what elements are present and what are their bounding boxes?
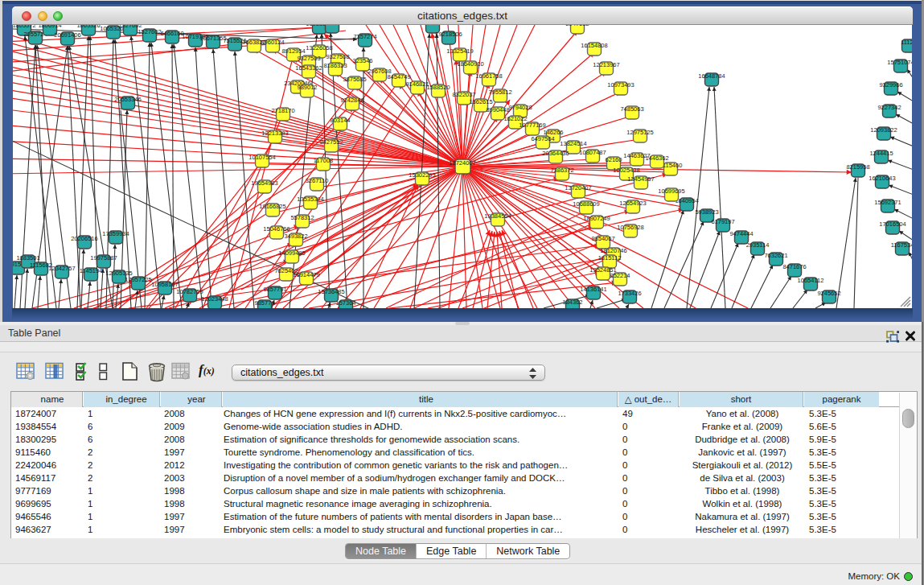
svg-text:8960124: 8960124	[261, 39, 284, 46]
svg-text:9245652: 9245652	[817, 290, 840, 297]
svg-text:18640910: 18640910	[457, 60, 483, 68]
svg-text:15302293: 15302293	[409, 171, 435, 179]
svg-text:18907249: 18907249	[583, 215, 610, 222]
svg-text:10973493: 10973493	[607, 81, 634, 89]
svg-text:12213383: 12213383	[261, 130, 288, 137]
svg-text:16543362: 16543362	[295, 64, 322, 72]
svg-text:9427552: 9427552	[319, 138, 343, 146]
svg-text:10958107: 10958107	[151, 281, 178, 288]
svg-text:9857791: 9857791	[263, 286, 286, 293]
svg-text:157364: 157364	[335, 299, 355, 307]
svg-text:3267110: 3267110	[306, 177, 329, 184]
svg-text:10777169: 10777169	[519, 122, 545, 129]
svg-text:62160: 62160	[606, 156, 622, 163]
svg-text:16961758: 16961758	[475, 72, 502, 80]
svg-text:6179197: 6179197	[711, 218, 734, 225]
svg-text:3493822: 3493822	[284, 233, 307, 240]
svg-text:17016504: 17016504	[879, 220, 906, 228]
svg-text:2935114: 2935114	[746, 241, 770, 249]
svg-text:8322037: 8322037	[452, 91, 475, 98]
svg-text:14136141: 14136141	[580, 286, 606, 293]
svg-text:7485063: 7485063	[620, 105, 643, 113]
svg-text:19975887: 19975887	[90, 254, 117, 262]
svg-text:13454957: 13454957	[627, 175, 654, 183]
svg-text:12213967: 12213967	[593, 61, 619, 68]
svg-text:19654983: 19654983	[251, 179, 277, 187]
svg-text:12654923: 12654923	[619, 200, 646, 207]
svg-text:20206516: 20206516	[71, 235, 97, 242]
svg-text:1527602: 1527602	[138, 28, 161, 35]
svg-text:7625402: 7625402	[274, 267, 298, 274]
svg-text:117008: 117008	[314, 157, 333, 164]
svg-text:1588520: 1588520	[426, 84, 450, 91]
svg-text:10782759: 10782759	[176, 288, 203, 295]
svg-text:1806914: 1806914	[38, 25, 61, 29]
svg-text:15046766: 15046766	[263, 225, 290, 233]
svg-text:9242848: 9242848	[340, 97, 363, 104]
svg-text:7955812: 7955812	[488, 89, 511, 96]
svg-text:2047682: 2047682	[565, 25, 589, 27]
svg-text:9327508: 9327508	[326, 53, 349, 60]
svg-text:10756928: 10756928	[617, 224, 643, 231]
svg-text:1446362: 1446362	[645, 154, 668, 162]
svg-text:2718170: 2718170	[271, 107, 294, 114]
svg-text:16033809: 16033809	[318, 25, 345, 27]
svg-text:20364436: 20364436	[542, 150, 569, 157]
svg-text:12975125: 12975125	[626, 129, 653, 136]
svg-text:9327503: 9327503	[297, 55, 320, 62]
svg-text:19218506: 19218506	[435, 31, 462, 38]
svg-text:8215958: 8215958	[846, 163, 869, 171]
svg-text:20691406: 20691406	[54, 31, 80, 39]
svg-text:985779: 985779	[254, 299, 274, 307]
svg-text:9329966: 9329966	[879, 81, 902, 89]
svg-text:10807487: 10807487	[579, 149, 606, 156]
svg-text:5938923: 5938923	[695, 208, 718, 216]
svg-text:19384554: 19384554	[484, 212, 511, 220]
svg-text:8454749: 8454749	[387, 73, 410, 80]
svg-text:12093822: 12093822	[870, 126, 897, 134]
svg-text:11123: 11123	[901, 39, 912, 46]
svg-text:10699695: 10699695	[658, 187, 684, 195]
svg-text:8912954: 8912954	[281, 47, 305, 55]
svg-text:9227342: 9227342	[877, 104, 901, 111]
svg-text:8471676: 8471676	[782, 263, 806, 270]
svg-text:9794028: 9794028	[508, 104, 532, 111]
svg-text:6497564: 6497564	[531, 135, 554, 142]
svg-text:7357274: 7357274	[353, 33, 376, 40]
svg-text:17957225: 17957225	[125, 276, 151, 283]
svg-text:15751074: 15751074	[887, 59, 912, 66]
svg-text:9474444: 9474444	[729, 230, 753, 237]
svg-text:323546: 323546	[352, 57, 372, 64]
svg-text:1733426: 1733426	[618, 290, 641, 297]
svg-text:18120746: 18120746	[600, 247, 626, 254]
svg-text:3875685: 3875685	[343, 76, 366, 83]
svg-text:7386372: 7386372	[550, 167, 573, 174]
svg-text:15692371: 15692371	[874, 199, 901, 206]
svg-text:9146821: 9146821	[405, 80, 429, 88]
svg-text:19166825: 19166825	[259, 203, 285, 210]
svg-text:8186323: 8186323	[323, 62, 347, 69]
svg-text:989012: 989012	[297, 84, 317, 91]
svg-text:1244415: 1244415	[869, 150, 893, 157]
svg-text:7632621: 7632621	[764, 252, 787, 259]
svg-text:18724007: 18724007	[449, 159, 475, 167]
svg-text:1362615: 1362615	[469, 98, 492, 105]
svg-text:13824514: 13824514	[560, 140, 586, 147]
svg-text:16154808: 16154808	[581, 42, 607, 49]
svg-text:10688609: 10688609	[573, 200, 599, 208]
svg-text:10654112: 10654112	[798, 277, 824, 284]
svg-text:13226058: 13226058	[306, 44, 332, 51]
svg-text:6466160: 6466160	[160, 30, 183, 37]
svg-text:13325419: 13325419	[446, 47, 473, 55]
svg-text:10025438: 10025438	[613, 167, 639, 174]
svg-text:13720407: 13720407	[565, 184, 591, 192]
svg-text:184362: 184362	[562, 299, 582, 306]
svg-text:12342757: 12342757	[48, 265, 75, 272]
svg-text:5578312: 5578312	[290, 214, 314, 221]
svg-text:16210643: 16210643	[869, 175, 895, 182]
svg-text:1805572: 1805572	[13, 25, 36, 29]
svg-text:13535394: 13535394	[297, 196, 323, 203]
svg-text:16648784: 16648784	[698, 72, 725, 80]
svg-text:8813054: 8813054	[421, 25, 444, 27]
svg-text:1065326: 1065326	[76, 25, 100, 29]
